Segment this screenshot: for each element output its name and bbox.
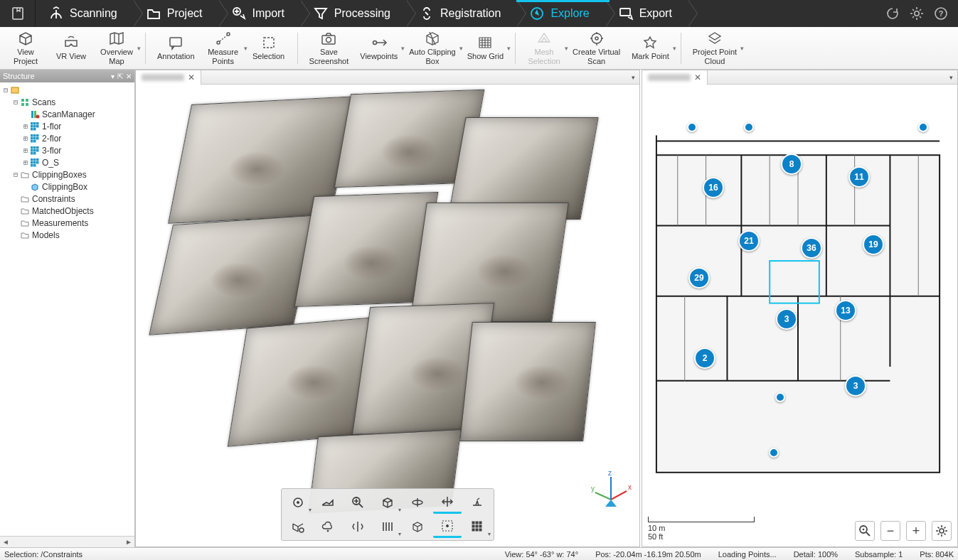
tool-pan-icon[interactable] <box>433 491 462 514</box>
tool-density-icon[interactable]: ▾ <box>373 515 402 538</box>
map-zoom-target-icon[interactable] <box>855 521 875 541</box>
scan-marker[interactable] <box>918 122 928 132</box>
tool-wire-cube-icon[interactable] <box>403 515 432 538</box>
tree-row[interactable]: ⊞2-flor <box>0 132 134 144</box>
tree-row[interactable]: MatchedObjects <box>0 205 134 217</box>
scan-marker[interactable]: 29 <box>688 267 710 289</box>
structure-hscroll[interactable]: ◄► <box>0 536 134 547</box>
scan-marker[interactable]: 13 <box>835 300 856 321</box>
tool-focus-icon[interactable]: ▾ <box>284 491 312 514</box>
viewport-overview-tab-dropdown[interactable]: ▾ <box>945 74 957 81</box>
viewport-overview-tab[interactable]: ✕ <box>642 70 708 85</box>
tool-orbit-icon[interactable] <box>403 491 432 514</box>
scan-marker[interactable] <box>744 122 754 132</box>
nav-tab-scanning[interactable]: Scanning <box>36 0 133 27</box>
scan-marker[interactable]: 2 <box>694 348 715 369</box>
tool-camera-fly-icon[interactable] <box>314 491 342 514</box>
ribbon-show-grid[interactable]: Show Grid▾ <box>463 33 508 62</box>
nav-tab-registration[interactable]: Registration <box>406 0 516 27</box>
scan-marker[interactable] <box>775 392 785 402</box>
app-menu-icon[interactable] <box>0 0 36 27</box>
ribbon-measure-points[interactable]: MeasurePoints▾ <box>202 29 245 66</box>
nav-tab-project[interactable]: Project <box>133 0 218 27</box>
viewport-overview-canvas[interactable]: 811162136192931323 10 m 50 ft − + <box>642 85 957 546</box>
gear-icon[interactable] <box>910 6 924 21</box>
viewport-3d-canvas[interactable]: x y z ▾ ▾ ▾ <box>136 85 639 546</box>
viewport-3d-tab-close-icon[interactable]: ✕ <box>188 72 195 82</box>
tree-row[interactable]: ⊟ <box>0 84 134 96</box>
map-settings-icon[interactable] <box>932 521 952 541</box>
svg-rect-66 <box>31 164 33 167</box>
help-icon[interactable]: ? <box>934 6 948 21</box>
axis-gizmo[interactable]: x y z <box>591 471 631 511</box>
map-zoom-out-icon[interactable]: − <box>880 521 900 541</box>
nav-tab-export[interactable]: Export <box>605 0 688 27</box>
tree-row[interactable]: Measurements <box>0 217 134 229</box>
svg-text:z: z <box>608 469 612 477</box>
scan-marker[interactable]: 11 <box>848 166 870 188</box>
scan-marker[interactable] <box>769 448 779 458</box>
nav-tab-explore[interactable]: Explore <box>516 0 605 27</box>
tree-expand-icon[interactable]: ⊞ <box>21 134 30 142</box>
ribbon-create-virtual-scan[interactable]: Create VirtualScan <box>568 29 624 66</box>
tree-expand-icon[interactable]: ⊟ <box>11 171 20 178</box>
tree-row[interactable]: ScanManager <box>0 108 134 120</box>
tree-row[interactable]: ⊞O_S <box>0 156 134 168</box>
panel-pin-icon[interactable]: ⇱ <box>117 72 123 80</box>
tool-cloud-icon[interactable] <box>314 515 342 538</box>
scan-marker[interactable]: 3 <box>776 308 797 330</box>
scan-marker[interactable]: 16 <box>703 177 724 198</box>
dropdown-chevron-icon[interactable]: ▾ <box>244 45 248 52</box>
ribbon-save-screenshot[interactable]: SaveScreenshot <box>305 29 353 66</box>
tree-row[interactable]: ⊞3-flor <box>0 144 134 156</box>
scan-marker[interactable]: 8 <box>781 154 802 175</box>
dropdown-chevron-icon[interactable]: ▾ <box>137 45 141 52</box>
dropdown-chevron-icon[interactable]: ▾ <box>673 45 676 52</box>
tree-expand-icon[interactable]: ⊞ <box>21 146 30 154</box>
scan-marker[interactable] <box>687 122 697 132</box>
tool-apps-icon[interactable]: ▾ <box>463 515 491 538</box>
scan-marker[interactable]: 21 <box>738 230 760 252</box>
nav-tab-processing[interactable]: Processing <box>300 0 406 27</box>
dropdown-chevron-icon[interactable]: ▾ <box>459 45 463 52</box>
ribbon-viewpoints[interactable]: Viewpoints▾ <box>356 33 402 62</box>
map-zoom-in-icon[interactable]: + <box>906 521 926 541</box>
ribbon-vr-view[interactable]: VR View <box>50 33 92 62</box>
tool-walk-icon[interactable] <box>463 491 491 514</box>
tree-expand-icon[interactable]: ⊟ <box>11 98 20 106</box>
dropdown-chevron-icon[interactable]: ▾ <box>740 45 744 52</box>
ribbon-project-point-cloud[interactable]: Project PointCloud▾ <box>688 29 741 66</box>
scan-marker[interactable]: 36 <box>801 237 822 259</box>
scan-marker[interactable]: 19 <box>863 234 884 255</box>
nav-tab-import[interactable]: Import <box>218 0 300 27</box>
tool-mirror-icon[interactable] <box>344 515 372 538</box>
scan-marker[interactable]: 3 <box>845 375 866 397</box>
tree-row[interactable]: ⊟ClippingBoxes <box>0 168 134 181</box>
tool-zoom-icon[interactable] <box>344 491 372 514</box>
viewport-overview-tab-close-icon[interactable]: ✕ <box>694 72 701 82</box>
sync-icon[interactable] <box>885 6 900 21</box>
tree-row[interactable]: ⊞1-flor <box>0 120 134 132</box>
ribbon-selection[interactable]: Selection <box>248 33 290 62</box>
ribbon-mark-point-cloud[interactable]: Mark Point▾ <box>627 33 674 62</box>
dropdown-chevron-icon[interactable]: ▾ <box>507 45 511 52</box>
panel-menu-icon[interactable]: ▾ <box>111 72 115 80</box>
ribbon-view-project[interactable]: ViewProject <box>4 29 47 66</box>
tool-cube-icon[interactable]: ▾ <box>373 491 402 514</box>
panel-close-icon[interactable]: ✕ <box>126 72 132 80</box>
tool-point-select-icon[interactable] <box>433 515 462 538</box>
ribbon-auto-clipping-box[interactable]: Auto ClippingBox▾ <box>405 29 459 66</box>
viewport-3d-tab[interactable]: ✕ <box>136 70 201 85</box>
ribbon-annotation[interactable]: Annotation <box>153 33 199 62</box>
tree-expand-icon[interactable]: ⊟ <box>1 86 10 94</box>
tree-row[interactable]: ⊟Scans <box>0 96 134 108</box>
tree-expand-icon[interactable]: ⊞ <box>21 158 30 166</box>
ribbon-overview-map[interactable]: OverviewMap▾ <box>95 29 138 66</box>
tree-expand-icon[interactable]: ⊞ <box>21 122 30 130</box>
structure-tree[interactable]: ⊟⊟ScansScanManager⊞1-flor⊞2-flor⊞3-flor⊞… <box>0 82 134 536</box>
viewport-3d-tab-dropdown[interactable]: ▾ <box>627 74 639 81</box>
tree-row[interactable]: ClippingBox <box>0 181 134 193</box>
tool-clip-plane-icon[interactable] <box>284 515 312 538</box>
tree-row[interactable]: Models <box>0 229 134 241</box>
tree-row[interactable]: Constraints <box>0 193 134 205</box>
